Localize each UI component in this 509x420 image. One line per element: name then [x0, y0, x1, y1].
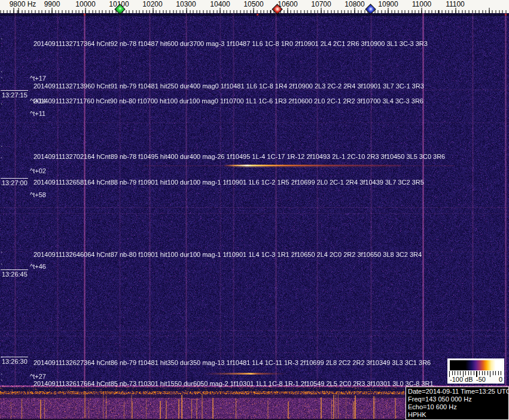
legend-label-mid: -50	[476, 376, 486, 383]
legend-label-min: -100 dB	[450, 376, 473, 383]
freq-tick-label: 10800	[345, 0, 364, 8]
ruler-major-ticks	[0, 8, 509, 13]
info-echo: Echo=10 600 Hz	[408, 403, 507, 411]
freq-tick-label: 10400	[210, 0, 230, 8]
freq-tick-label: 10500	[243, 0, 263, 8]
freq-tick-label: 10200	[142, 0, 162, 8]
info-date-time: Date=2014-09-11 Time=13:25 UTC	[408, 388, 507, 396]
freq-tick-label: 10700	[311, 0, 331, 8]
freq-tick-label: 9900	[44, 0, 60, 8]
spectrum-lab-screen: { "ruler": { "labels": ["9800 Hz","9900"…	[0, 0, 509, 420]
frequency-ruler[interactable]: 9800 Hz 9900 10000 10100 10200 10300 104…	[0, 0, 509, 13]
freq-tick-label: 11100	[446, 0, 465, 8]
spectrogram-waterfall[interactable]	[0, 13, 509, 420]
freq-tick-label: 11000	[412, 0, 431, 8]
status-info-box: Date=2014-09-11 Time=13:25 UTC Freq=143 …	[406, 387, 509, 420]
amplitude-legend: -100 dB -50 0	[447, 358, 504, 384]
freq-tick-label: 10300	[176, 0, 196, 8]
freq-tick-label: 9800 Hz	[10, 0, 36, 8]
info-station: HPHK	[408, 411, 507, 419]
color-scale-gradient[interactable]	[450, 360, 502, 370]
legend-label-max: 0	[499, 376, 502, 383]
freq-tick-label: 10900	[378, 0, 398, 8]
info-frequency: Freq=143 050 000 Hz	[408, 396, 507, 403]
freq-tick-label: 10000	[75, 0, 95, 8]
